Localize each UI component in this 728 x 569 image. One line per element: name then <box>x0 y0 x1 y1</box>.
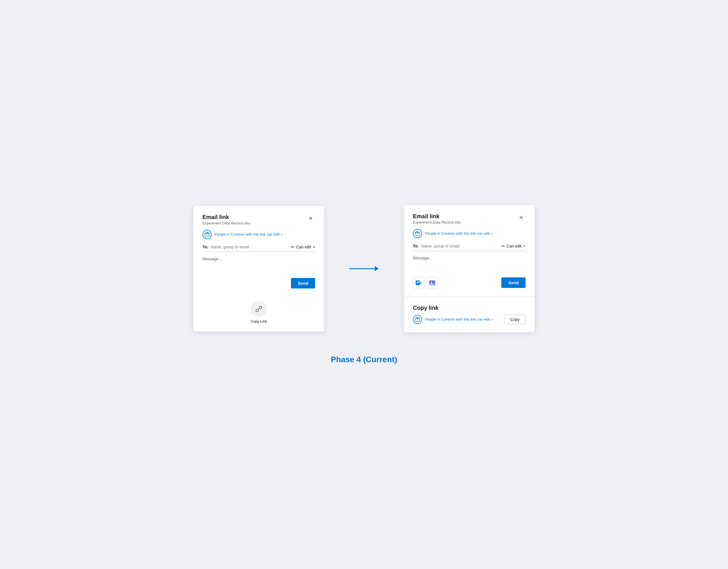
right-can-edit-label: Can edit <box>507 244 522 248</box>
left-card-title: Email link <box>202 214 250 220</box>
left-permission-row[interactable]: People in Contoso with this link can edi… <box>202 230 315 239</box>
left-copy-link-section[interactable]: Copy Link <box>193 297 324 332</box>
right-copy-permission-chevron: > <box>491 318 493 321</box>
svg-point-8 <box>431 281 432 282</box>
right-copy-link-left: People in Contoso with this link can edi… <box>413 315 493 324</box>
right-email-permission-text: People in Contoso with this link can edi… <box>425 231 493 235</box>
right-card-subtitle: Experiment Data Record.xlsx <box>413 220 461 224</box>
svg-rect-5 <box>417 283 418 283</box>
right-to-input[interactable] <box>421 244 502 248</box>
left-email-section: Email link Experiment Data Record.xlsx ✕… <box>193 206 324 297</box>
right-copy-link-row: People in Contoso with this link can edi… <box>413 315 526 324</box>
right-copy-section: Copy link People in Contoso with this li… <box>404 297 535 332</box>
right-send-button[interactable]: Send <box>501 277 526 288</box>
right-copy-title: Copy link <box>413 305 526 311</box>
left-card-subtitle: Experiment Data Record.xlsx <box>202 221 250 225</box>
right-card-header: Email link Experiment Data Record.xlsx ✕ <box>413 213 526 224</box>
left-card-title-group: Email link Experiment Data Record.xlsx <box>202 214 250 225</box>
right-message-area[interactable]: Message... <box>413 255 526 272</box>
app-icons-group <box>413 277 438 289</box>
right-org-icon <box>413 229 422 238</box>
right-to-label: To: <box>413 244 419 248</box>
right-chevron-down-icon: ∨ <box>523 244 526 248</box>
right-to-row: To: ✏ Can edit ∨ <box>413 244 526 251</box>
left-permission-chevron: > <box>281 233 282 236</box>
left-copy-link-icon <box>251 301 267 317</box>
left-copy-link-label: Copy Link <box>251 319 267 324</box>
right-card: Email link Experiment Data Record.xlsx ✕… <box>404 205 535 332</box>
right-card-title: Email link <box>413 213 461 220</box>
left-close-button[interactable]: ✕ <box>306 214 315 223</box>
left-message-placeholder: Message... <box>202 256 222 261</box>
right-card-title-group: Email link Experiment Data Record.xlsx <box>413 213 461 224</box>
right-copy-permission-text[interactable]: People in Contoso with this link can edi… <box>425 317 493 322</box>
outlook-button[interactable] <box>413 277 424 289</box>
teams-button[interactable] <box>427 277 438 289</box>
left-to-label: To: <box>202 245 208 249</box>
right-copy-org-icon <box>413 315 422 324</box>
right-copy-permission-label: People in Contoso with this link can edi… <box>425 317 490 322</box>
left-pencil-icon: ✏ <box>291 245 295 249</box>
right-email-permission-row[interactable]: People in Contoso with this link can edi… <box>413 229 526 238</box>
left-card-header: Email link Experiment Data Record.xlsx ✕ <box>202 214 315 225</box>
phase-label: Phase 4 (Current) <box>331 355 397 364</box>
left-message-area[interactable]: Message... <box>202 256 315 273</box>
svg-rect-10 <box>415 318 420 321</box>
right-can-edit-button[interactable]: ✏ Can edit ∨ <box>502 244 526 248</box>
right-message-placeholder: Message... <box>413 256 432 260</box>
left-action-row: Send <box>202 278 315 289</box>
right-email-permission-chevron: > <box>491 232 493 235</box>
arrow-container <box>347 266 381 271</box>
svg-rect-0 <box>205 233 209 236</box>
left-permission-text: People in Contoso with this link can edi… <box>214 232 283 236</box>
svg-rect-3 <box>417 281 419 282</box>
svg-rect-4 <box>417 282 419 283</box>
right-email-permission-label: People in Contoso with this link can edi… <box>425 231 490 235</box>
arrow-line <box>349 268 375 269</box>
arrow-head <box>375 266 379 271</box>
transition-arrow <box>349 266 379 271</box>
right-email-section: Email link Experiment Data Record.xlsx ✕… <box>404 205 535 297</box>
left-send-button[interactable]: Send <box>291 278 315 289</box>
left-org-icon <box>202 230 212 239</box>
right-pencil-icon: ✏ <box>502 244 505 248</box>
left-to-input[interactable] <box>211 245 291 249</box>
copy-button[interactable]: Copy <box>504 315 526 324</box>
svg-rect-1 <box>415 232 420 235</box>
main-area: Email link Experiment Data Record.xlsx ✕… <box>193 205 535 332</box>
left-to-row: To: ✏ Can edit ∨ <box>202 245 315 252</box>
left-can-edit-button[interactable]: ✏ Can edit ∨ <box>291 245 315 249</box>
svg-point-9 <box>433 281 434 282</box>
left-chevron-down-icon: ∨ <box>313 245 315 249</box>
left-card: Email link Experiment Data Record.xlsx ✕… <box>193 206 324 332</box>
left-permission-label: People in Contoso with this link can edi… <box>214 232 280 236</box>
right-action-row: Send <box>413 277 526 289</box>
left-can-edit-label: Can edit <box>296 245 311 249</box>
right-close-button[interactable]: ✕ <box>516 213 526 222</box>
